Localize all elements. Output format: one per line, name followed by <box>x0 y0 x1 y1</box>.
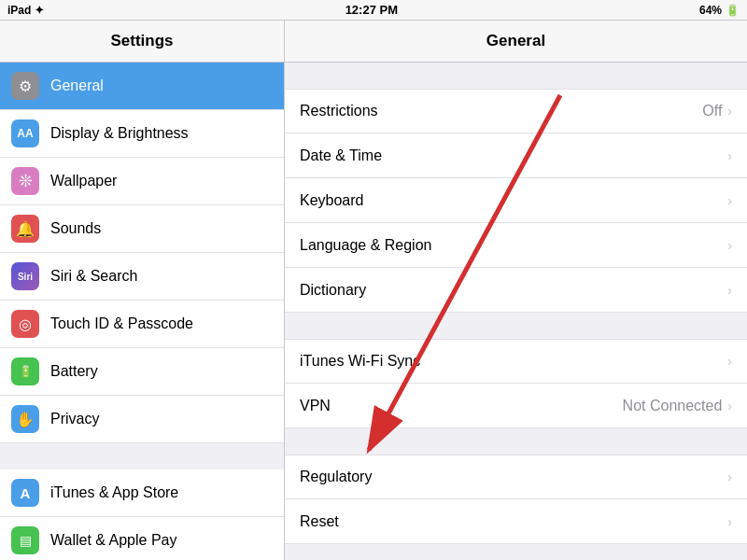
privacy-icon: ✋ <box>11 405 39 433</box>
row-vpn[interactable]: VPN Not Connected › <box>285 384 747 428</box>
main-container: Settings ⚙ General AA Display & Brightne… <box>0 21 747 560</box>
content-gap-top <box>285 63 747 89</box>
itunes-wifi-label: iTunes Wi-Fi Sync <box>300 353 727 370</box>
battery-percent: 64% <box>699 4 722 17</box>
restrictions-value: Off <box>702 103 722 119</box>
restrictions-chevron: › <box>727 104 732 119</box>
sidebar-item-itunes[interactable]: A iTunes & App Store <box>0 469 284 517</box>
battery-icon: 🔋 <box>726 4 740 17</box>
sidebar-list: ⚙ General AA Display & Brightness ❊ Wall… <box>0 63 284 560</box>
content-section-1: Restrictions Off › Date & Time › Keyboar… <box>285 89 747 313</box>
language-label: Language & Region <box>300 237 727 254</box>
wallet-label: Wallet & Apple Pay <box>50 532 176 549</box>
sidebar-item-touchid[interactable]: ◎ Touch ID & Passcode <box>0 301 284 348</box>
sidebar-item-battery[interactable]: 🔋 Battery <box>0 348 284 396</box>
display-label: Display & Brightness <box>50 125 189 142</box>
sidebar-section-1: ⚙ General AA Display & Brightness ❊ Wall… <box>0 63 284 443</box>
content-gap-4 <box>285 544 747 560</box>
row-keyboard[interactable]: Keyboard › <box>285 178 747 223</box>
dictionary-label: Dictionary <box>300 282 727 299</box>
battery-icon-sidebar: 🔋 <box>11 357 39 385</box>
vpn-label: VPN <box>300 398 623 414</box>
restrictions-label: Restrictions <box>300 103 702 119</box>
privacy-label: Privacy <box>50 411 99 427</box>
itunes-label: iTunes & App Store <box>50 484 178 501</box>
datetime-label: Date & Time <box>300 147 727 164</box>
sidebar-item-privacy[interactable]: ✋ Privacy <box>0 396 284 443</box>
sidebar-item-display[interactable]: AA Display & Brightness <box>0 110 284 158</box>
wallet-icon: ▤ <box>11 526 39 554</box>
touchid-icon: ◎ <box>11 310 39 338</box>
sidebar-section-2: A iTunes & App Store ▤ Wallet & Apple Pa… <box>0 469 284 560</box>
content-section-3: Regulatory › Reset › <box>285 455 747 544</box>
row-restrictions[interactable]: Restrictions Off › <box>285 89 747 133</box>
status-left: iPad ✦ <box>7 4 44 17</box>
datetime-chevron: › <box>727 148 732 163</box>
wallpaper-icon: ❊ <box>11 167 39 195</box>
reset-label: Reset <box>300 513 727 530</box>
content-title: General <box>285 21 747 63</box>
touchid-label: Touch ID & Passcode <box>50 315 193 332</box>
language-chevron: › <box>727 238 732 253</box>
regulatory-label: Regulatory <box>300 469 727 485</box>
sidebar-item-siri[interactable]: Siri Siri & Search <box>0 253 284 301</box>
siri-label: Siri & Search <box>50 268 137 285</box>
sounds-icon: 🔔 <box>11 215 39 243</box>
sidebar-item-wallet[interactable]: ▤ Wallet & Apple Pay <box>0 517 284 560</box>
keyboard-chevron: › <box>727 193 732 208</box>
battery-label: Battery <box>50 363 98 380</box>
reset-chevron: › <box>727 514 732 529</box>
sidebar-item-general[interactable]: ⚙ General <box>0 63 284 110</box>
row-dictionary[interactable]: Dictionary › <box>285 268 747 313</box>
content-list: Restrictions Off › Date & Time › Keyboar… <box>285 63 747 560</box>
vpn-value: Not Connected <box>623 398 723 414</box>
sidebar: Settings ⚙ General AA Display & Brightne… <box>0 21 285 560</box>
itunes-wifi-chevron: › <box>727 354 732 369</box>
sidebar-item-wallpaper[interactable]: ❊ Wallpaper <box>0 158 284 205</box>
ipad-label: iPad ✦ <box>7 4 44 17</box>
itunes-icon: A <box>11 479 39 507</box>
general-icon: ⚙ <box>11 72 39 100</box>
keyboard-label: Keyboard <box>300 192 727 209</box>
status-right: 64% 🔋 <box>699 4 740 17</box>
wallpaper-label: Wallpaper <box>50 173 117 189</box>
content-gap-3 <box>285 428 747 455</box>
content-gap-2 <box>285 313 747 339</box>
status-bar: iPad ✦ 12:27 PM 64% 🔋 <box>0 0 747 21</box>
general-label: General <box>50 77 104 94</box>
siri-icon: Siri <box>11 262 39 290</box>
row-regulatory[interactable]: Regulatory › <box>285 455 747 499</box>
status-time: 12:27 PM <box>345 3 398 17</box>
row-itunes-wifi[interactable]: iTunes Wi-Fi Sync › <box>285 339 747 384</box>
display-icon: AA <box>11 119 39 147</box>
regulatory-chevron: › <box>727 469 732 484</box>
row-reset[interactable]: Reset › <box>285 499 747 544</box>
row-language[interactable]: Language & Region › <box>285 223 747 268</box>
dictionary-chevron: › <box>727 283 732 298</box>
sidebar-gap-1 <box>0 443 284 469</box>
vpn-chevron: › <box>727 399 732 413</box>
sidebar-title: Settings <box>0 21 284 63</box>
content-panel: General Restrictions Off › Date & Time ›… <box>285 21 747 560</box>
row-datetime[interactable]: Date & Time › <box>285 133 747 178</box>
sounds-label: Sounds <box>50 220 101 237</box>
content-section-2: iTunes Wi-Fi Sync › VPN Not Connected › <box>285 339 747 428</box>
sidebar-item-sounds[interactable]: 🔔 Sounds <box>0 205 284 253</box>
